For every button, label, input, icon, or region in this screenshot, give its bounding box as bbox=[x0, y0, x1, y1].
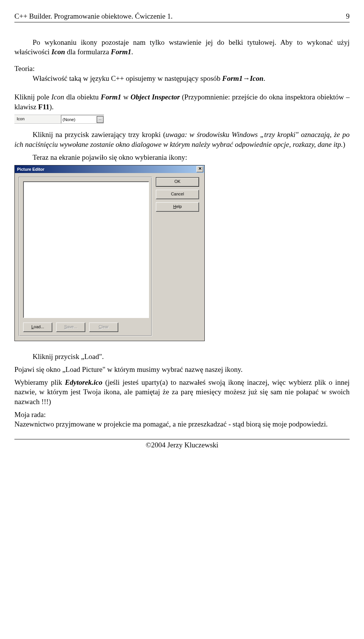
paragraph-6: Kliknij przycisk „Load". bbox=[14, 352, 350, 362]
paragraph-7: Pojawi się okno „Load Picture" w którym … bbox=[14, 365, 350, 375]
paragraph-4: Kliknij na przycisk zawierający trzy kro… bbox=[14, 130, 350, 149]
close-icon[interactable]: ✕ bbox=[196, 166, 203, 172]
ellipsis-button[interactable]: ... bbox=[97, 116, 104, 123]
moja-rada-label: Moja rada: bbox=[14, 410, 350, 420]
dialog-titlebar[interactable]: Picture Editor ✕ bbox=[15, 165, 204, 173]
page-number: 9 bbox=[346, 11, 350, 21]
inspector-property-value: (None) bbox=[63, 117, 75, 123]
help-button[interactable]: Help bbox=[156, 202, 199, 212]
footer-copyright: ©2004 Jerzy Kluczewski bbox=[14, 440, 350, 450]
paragraph-teoria: Właściwość taką w języku C++ opisujemy w… bbox=[14, 74, 350, 83]
page-header: C++ Builder. Programowanie obiektowe. Ćw… bbox=[14, 11, 350, 21]
dialog-title: Picture Editor bbox=[17, 167, 196, 172]
object-inspector-row: Icon (None) ... bbox=[14, 115, 104, 124]
paragraph-9: Nazewnictwo przyjmowane w projekcie ma p… bbox=[14, 419, 350, 429]
header-title: C++ Builder. Programowanie obiektowe. Ćw… bbox=[14, 11, 173, 21]
picture-preview-area bbox=[23, 181, 149, 318]
paragraph-5: Teraz na ekranie pojawiło się okno wybie… bbox=[14, 153, 350, 162]
inspector-property-value-cell[interactable]: (None) ... bbox=[61, 115, 104, 123]
teoria-label: Teoria: bbox=[14, 64, 350, 74]
paragraph-1: Po wykonaniu ikony pozostaje nam tylko w… bbox=[14, 38, 350, 57]
paragraph-8: Wybieramy plik Edytorek.ico (jeśli jeste… bbox=[14, 378, 350, 407]
save-button: Save... bbox=[56, 323, 85, 332]
footer-divider bbox=[14, 439, 350, 439]
picture-preview-frame: Load... Save... Clear bbox=[19, 177, 152, 336]
inspector-property-name: Icon bbox=[14, 115, 61, 123]
clear-button: Clear bbox=[89, 323, 118, 332]
cancel-button[interactable]: Cancel bbox=[156, 190, 199, 199]
ok-button[interactable]: OK bbox=[156, 177, 199, 187]
load-button[interactable]: Load... bbox=[23, 323, 52, 332]
paragraph-3: Kliknij pole Icon dla obiektu Form1 w Ob… bbox=[14, 92, 350, 112]
header-divider bbox=[14, 22, 350, 22]
picture-editor-dialog: Picture Editor ✕ Load... Save... Clear O… bbox=[14, 165, 205, 341]
